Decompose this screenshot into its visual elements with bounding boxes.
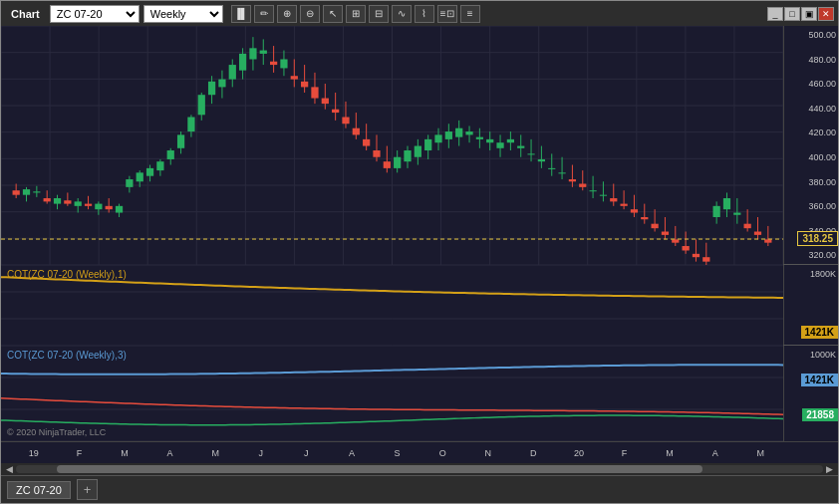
x-label-F: F <box>57 448 103 458</box>
title-bar: Chart ZC 07-20 Weekly ▐▌ ✏ ⊕ ⊖ ↖ ⊞ ⊟ ∿ ⌇… <box>1 1 838 26</box>
strategy-icon[interactable]: ⌇ <box>415 5 434 23</box>
cot-panel-1-label: COT(ZC 07-20 (Weekly),1) <box>7 269 127 280</box>
crosshair-icon[interactable]: ⊞ <box>346 5 366 23</box>
x-label-S: S <box>375 448 420 458</box>
indicator-icon[interactable]: ∿ <box>392 5 412 23</box>
price-480: 480.00 <box>786 55 836 65</box>
main-price-chart[interactable]: 500.00 480.00 460.00 440.00 420.00 400.0… <box>1 26 838 265</box>
toolbar: ▐▌ ✏ ⊕ ⊖ ↖ ⊞ ⊟ ∿ ⌇ ≡⊡ ≡ <box>231 5 480 23</box>
x-label-A2: A <box>329 448 375 458</box>
close-button[interactable]: ✕ <box>818 7 834 21</box>
menu-icon[interactable]: ≡ <box>460 5 480 23</box>
x-label-M4: M <box>738 448 784 458</box>
cot-panel-2[interactable]: COT(ZC 07-20 (Weekly),3) © 2020 NinjaTra… <box>1 346 838 441</box>
x-label-A3: A <box>693 448 738 458</box>
chart-area: 500.00 480.00 460.00 440.00 420.00 400.0… <box>1 26 838 475</box>
price-canvas <box>1 26 783 265</box>
symbol-select[interactable]: ZC 07-20 <box>50 5 140 23</box>
price-420: 420.00 <box>786 127 836 137</box>
cot-1000k: 1000K <box>786 350 836 360</box>
x-label-D: D <box>511 448 557 458</box>
cot-panel-1[interactable]: COT(ZC 07-20 (Weekly),1) 1800K 1600K 142… <box>1 265 838 346</box>
cot-panel-2-label: COT(ZC 07-20 (Weekly),3) <box>7 350 127 361</box>
x-label-N: N <box>465 448 511 458</box>
price-320: 320.00 <box>786 250 836 260</box>
price-380: 380.00 <box>786 177 836 187</box>
price-400: 400.00 <box>786 152 836 162</box>
cot-axis-2: 1000K <box>783 346 838 441</box>
scrollbar[interactable]: ◀ ▶ <box>1 463 838 475</box>
properties-icon[interactable]: ⊟ <box>369 5 389 23</box>
cot-value-badge-1: 1421K <box>801 326 838 339</box>
scroll-thumb[interactable] <box>57 465 702 473</box>
zoom-out-icon[interactable]: ⊖ <box>300 5 320 23</box>
minimize-button[interactable]: _ <box>767 7 783 21</box>
x-label-M2: M <box>192 448 238 458</box>
x-label-M3: M <box>647 448 693 458</box>
x-label-19: 19 <box>11 448 57 458</box>
price-axis: 500.00 480.00 460.00 440.00 420.00 400.0… <box>783 26 838 264</box>
template-icon[interactable]: ≡⊡ <box>437 5 457 23</box>
add-tab-button[interactable]: + <box>77 479 99 500</box>
scroll-right-arrow[interactable]: ▶ <box>823 464 836 474</box>
window-title: Chart <box>5 8 46 20</box>
scroll-track[interactable] <box>16 465 823 473</box>
window-controls: _ □ ▣ ✕ <box>767 7 834 21</box>
symbol-tab[interactable]: ZC 07-20 <box>7 481 71 499</box>
cot-value-badge-2: 1421K <box>801 374 838 386</box>
current-price-badge: 318.25 <box>797 231 838 246</box>
x-label-J1: J <box>238 448 284 458</box>
x-axis: 19 F M A M J J A S O N D 20 F M A M <box>1 441 838 463</box>
draw-icon[interactable]: ✏ <box>254 5 274 23</box>
scroll-left-arrow[interactable]: ◀ <box>3 464 16 474</box>
x-label-M1: M <box>102 448 147 458</box>
zoom-in-icon[interactable]: ⊕ <box>277 5 297 23</box>
x-label-J2: J <box>284 448 330 458</box>
price-500: 500.00 <box>786 30 836 40</box>
timeframe-select[interactable]: Weekly <box>143 5 223 23</box>
maximize-button[interactable]: □ <box>784 7 800 21</box>
cursor-icon[interactable]: ↖ <box>323 5 343 23</box>
x-label-O: O <box>420 448 465 458</box>
price-360: 360.00 <box>786 201 836 211</box>
cot-1800k: 1800K <box>786 269 836 279</box>
bottom-tab-bar: ZC 07-20 + <box>1 475 838 503</box>
price-460: 460.00 <box>786 79 836 89</box>
cot-value-badge-3: 21858 <box>802 408 838 421</box>
x-label-A1: A <box>147 448 193 458</box>
bar-chart-icon[interactable]: ▐▌ <box>231 5 251 23</box>
x-label-F2: F <box>602 448 648 458</box>
main-window: Chart ZC 07-20 Weekly ▐▌ ✏ ⊕ ⊖ ↖ ⊞ ⊟ ∿ ⌇… <box>0 0 839 504</box>
copyright-text: © 2020 NinjaTrader, LLC <box>7 427 106 437</box>
price-440: 440.00 <box>786 104 836 114</box>
x-label-20: 20 <box>556 448 602 458</box>
restore-button[interactable]: ▣ <box>801 7 817 21</box>
